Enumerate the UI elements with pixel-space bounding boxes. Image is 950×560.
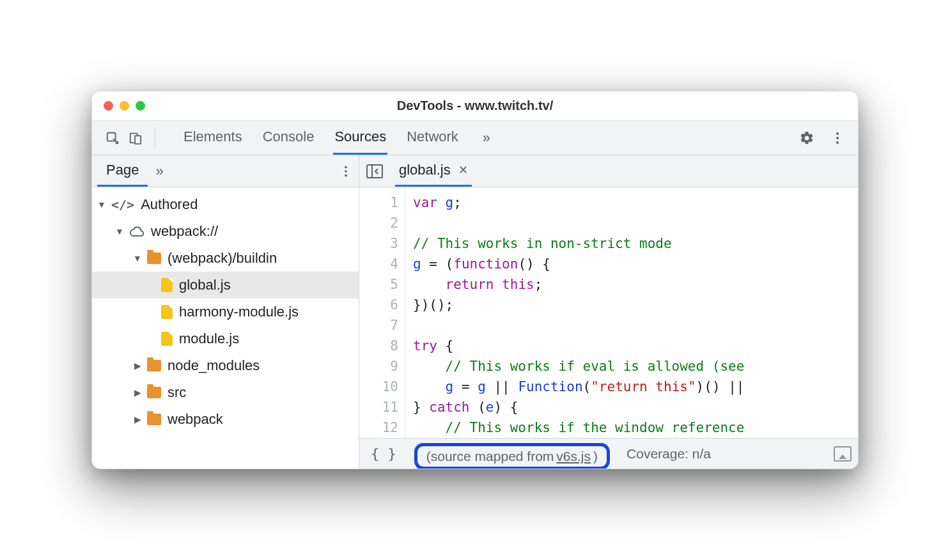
svg-point-6 [345,166,347,168]
separator [155,127,155,148]
device-toolbar-icon[interactable] [124,121,147,155]
tree-label: src [167,384,186,401]
line-number: 12 [359,417,398,438]
tree-file-harmony[interactable]: harmony-module.js [92,299,359,325]
tree-folder-buildin[interactable]: ▼ (webpack)/buildin [92,245,359,272]
svg-point-3 [836,132,839,135]
editor-panel: 1 2 3 4 5 6 7 8 9 10 11 12 var g; // Thi… [359,187,858,469]
close-window-button[interactable] [104,101,113,111]
disclosure-triangle-right-icon[interactable]: ▶ [132,361,143,371]
svg-point-4 [836,137,839,139]
editor-tabbar: global.js ✕ [359,155,858,187]
svg-point-7 [345,170,347,173]
sources-sub-toolbar: Page » global.js ✕ [92,155,858,187]
tab-network[interactable]: Network [405,121,460,155]
disclosure-triangle-right-icon[interactable]: ▶ [132,414,143,424]
tree-folder-node-modules[interactable]: ▶ node_modules [92,352,359,379]
tree-folder-webpack[interactable]: ▶ webpack [92,406,359,433]
navigator-more-tabs[interactable]: » [150,155,168,187]
open-file-tab[interactable]: global.js ✕ [395,155,472,187]
disclosure-triangle-down-icon[interactable]: ▼ [96,199,107,210]
source-map-link[interactable]: v6s.js [556,449,591,464]
tab-elements[interactable]: Elements [182,121,244,155]
svg-point-8 [345,174,347,176]
tree-file-global[interactable]: global.js [92,272,359,299]
tree-label: webpack [167,411,223,428]
folder-icon [147,387,161,398]
titlebar: DevTools - www.twitch.tv/ [92,91,858,121]
line-number: 5 [359,274,398,295]
show-console-drawer-icon[interactable] [834,446,852,462]
mapped-suffix: ) [593,449,598,464]
line-number: 7 [359,315,398,336]
code-content[interactable]: var g; // This works in non-strict mode … [405,187,858,438]
code-editor[interactable]: 1 2 3 4 5 6 7 8 9 10 11 12 var g; // Thi… [359,187,858,438]
mapped-prefix: (source mapped from [426,449,554,464]
line-number: 9 [359,356,398,377]
disclosure-triangle-right-icon[interactable]: ▶ [132,387,143,398]
folder-icon [147,360,161,371]
cloud-icon [129,226,144,237]
file-icon [161,278,173,292]
folder-icon [147,414,161,425]
authored-code-icon: </> [111,197,134,212]
line-number: 6 [359,295,398,315]
tree-label: module.js [179,331,239,347]
tree-label: Authored [141,196,198,213]
main-toolbar: Elements Console Sources Network » [92,121,858,155]
line-number: 1 [359,192,398,213]
window-title: DevTools - www.twitch.tv/ [92,98,858,113]
tree-file-module[interactable]: module.js [92,325,359,352]
tree-label: (webpack)/buildin [167,250,277,267]
line-number: 11 [359,397,398,417]
settings-gear-icon[interactable] [794,130,820,146]
minimize-window-button[interactable] [120,101,129,111]
disclosure-triangle-down-icon[interactable]: ▼ [114,226,125,237]
tree-folder-src[interactable]: ▶ src [92,379,359,406]
file-icon [161,305,173,319]
tab-console[interactable]: Console [261,121,316,155]
navigator-kebab-icon[interactable] [333,155,359,187]
tree-label: webpack:// [151,223,218,240]
tree-label: node_modules [167,357,260,374]
inspect-element-icon[interactable] [101,121,124,155]
tree-label: harmony-module.js [179,304,299,320]
tab-sources[interactable]: Sources [333,121,387,155]
toggle-navigator-icon[interactable] [366,164,384,179]
source-mapped-callout: (source mapped from v6s.js) [414,443,610,470]
open-file-name: global.js [399,162,451,178]
pretty-print-icon[interactable]: { } [366,446,401,462]
line-number: 8 [359,336,398,356]
navigator-tab-page[interactable]: Page [97,155,148,187]
line-number: 3 [359,233,398,254]
disclosure-triangle-down-icon[interactable]: ▼ [132,253,143,263]
main-tabs: Elements Console Sources Network » [163,121,773,155]
sources-body: ▼ </> Authored ▼ webpack:// ▼ (webpack)/… [92,187,858,469]
line-number: 4 [359,254,398,274]
svg-point-5 [836,141,839,144]
devtools-window: DevTools - www.twitch.tv/ Elements Conso… [91,91,859,469]
toolbar-right [773,121,854,155]
zoom-window-button[interactable] [136,101,145,111]
tree-domain-webpack[interactable]: ▼ webpack:// [92,218,359,245]
editor-status-bar: { } (source mapped from v6s.js) Coverage… [359,438,858,469]
kebab-menu-icon[interactable] [825,130,850,146]
line-number: 2 [359,213,398,233]
svg-rect-2 [135,136,141,144]
line-number: 10 [359,377,398,397]
line-gutter: 1 2 3 4 5 6 7 8 9 10 11 12 [359,187,405,438]
close-tab-icon[interactable]: ✕ [458,163,468,177]
file-tree[interactable]: ▼ </> Authored ▼ webpack:// ▼ (webpack)/… [92,187,359,469]
coverage-status: Coverage: n/a [627,446,711,462]
folder-icon [147,253,161,264]
traffic-lights [104,101,145,111]
file-icon [161,332,173,346]
more-tabs-button[interactable]: » [478,121,495,155]
tree-label: global.js [179,277,231,293]
navigator-header: Page » [92,155,359,187]
tree-root-authored[interactable]: ▼ </> Authored [92,191,359,218]
